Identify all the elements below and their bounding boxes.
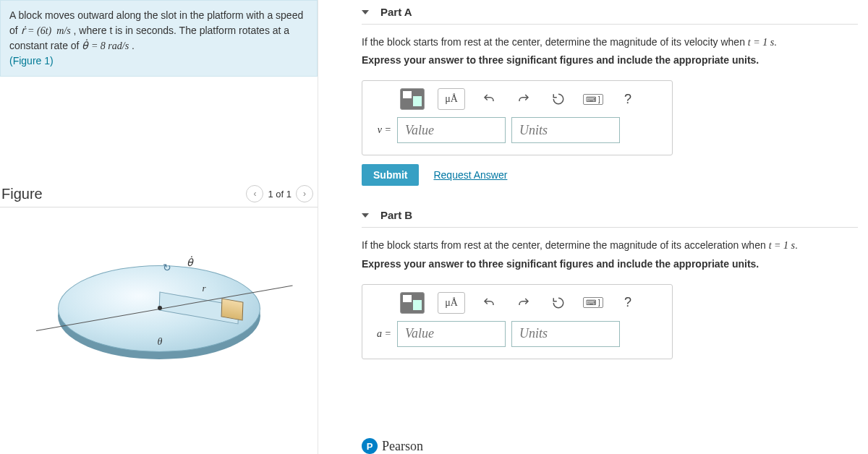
part-a-units-input[interactable] (511, 117, 620, 143)
part-b-header[interactable]: Part B (362, 203, 858, 228)
units-symbol-button[interactable]: μÅ (438, 88, 465, 110)
brand-footer: P Pearson (362, 438, 423, 454)
part-b-title: Part B (380, 209, 412, 221)
part-b-value-input[interactable] (397, 321, 506, 347)
figure-header: Figure ‹ 1 of 1 › (0, 178, 318, 207)
part-a-submit-button[interactable]: Submit (362, 164, 419, 186)
part-a-header[interactable]: Part A (362, 0, 858, 25)
r-label: r (203, 283, 206, 294)
figure-reference-link[interactable]: (Figure 1) (9, 55, 54, 67)
thetadot-expression: θ̇ = 8 rad/s (82, 40, 129, 51)
reset-icon[interactable] (548, 88, 569, 110)
part-a-instruction: Express your answer to three significant… (362, 54, 858, 66)
part-a-title: Part A (380, 6, 412, 18)
keyboard-shortcuts-icon[interactable]: ⌨ ] (582, 88, 604, 110)
template-picker-icon[interactable] (400, 292, 425, 314)
rotation-arrow-icon: ↻ (163, 262, 171, 273)
help-icon[interactable]: ? (617, 292, 639, 314)
help-icon[interactable]: ? (617, 88, 639, 110)
part-b-answer-panel: μÅ ⌨ ] ? a = (362, 284, 673, 359)
part-a-request-answer-link[interactable]: Request Answer (433, 169, 507, 181)
rdot-expression: ṙ = (6t) m/s (21, 25, 71, 36)
undo-icon[interactable] (478, 88, 500, 110)
keyboard-shortcuts-icon[interactable]: ⌨ ] (582, 292, 604, 314)
units-symbol-button[interactable]: μÅ (438, 292, 465, 314)
part-a-value-input[interactable] (397, 117, 506, 143)
reset-icon[interactable] (548, 292, 569, 314)
part-a-variable: v = (373, 124, 391, 136)
figure-nav-label: 1 of 1 (268, 189, 292, 200)
undo-icon[interactable] (478, 292, 500, 314)
redo-icon[interactable] (513, 292, 535, 314)
figure-next-button[interactable]: › (296, 185, 313, 202)
part-b-instruction: Express your answer to three significant… (362, 258, 858, 270)
part-b-variable: a = (373, 328, 391, 340)
block-shape (221, 298, 243, 320)
part-a-prompt: If the block starts from rest at the cen… (362, 35, 858, 50)
figure-image: ↻ θ̇ θ r (0, 207, 318, 410)
redo-icon[interactable] (513, 88, 535, 110)
theta-label: θ (158, 336, 163, 348)
part-b-prompt: If the block starts from rest at the cen… (362, 238, 858, 253)
figure-prev-button[interactable]: ‹ (246, 185, 263, 202)
part-b-units-input[interactable] (511, 321, 620, 347)
pearson-logo-icon: P (362, 438, 378, 454)
collapse-icon (362, 213, 369, 218)
collapse-icon (362, 10, 369, 14)
theta-dot-label: θ̇ (187, 257, 193, 269)
brand-name: Pearson (382, 439, 423, 454)
figure-heading: Figure (1, 186, 43, 202)
problem-statement: A block moves outward along the slot in … (0, 0, 318, 77)
part-a-answer-panel: μÅ ⌨ ] ? v = (362, 80, 673, 155)
problem-text-3: . (132, 40, 135, 51)
template-picker-icon[interactable] (400, 88, 425, 110)
